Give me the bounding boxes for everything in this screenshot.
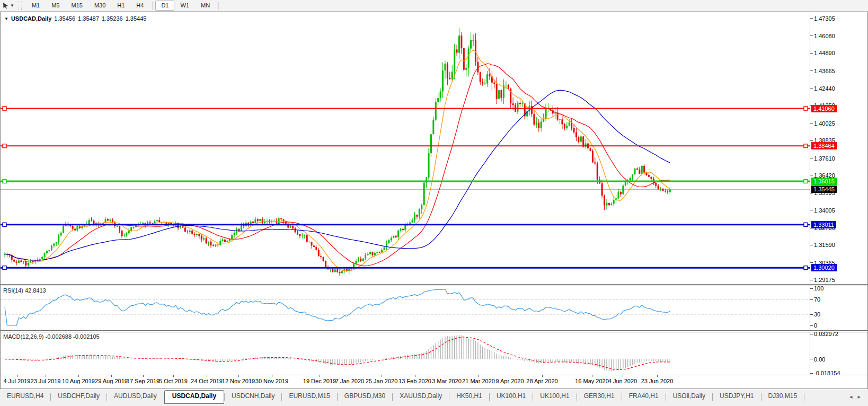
chart-tab-xauusd-daily[interactable]: XAUUSD,Daily bbox=[393, 391, 449, 402]
chart-tab-uk100-h1[interactable]: UK100,H1 bbox=[533, 391, 576, 402]
macd-indicator-canvas[interactable] bbox=[1, 332, 810, 375]
timeframe-button-d1[interactable]: D1 bbox=[155, 1, 174, 11]
cursor-tool-dropdown-icon[interactable]: ▼ bbox=[10, 3, 14, 8]
macd-axis-tick-label: -0.018154 bbox=[814, 369, 840, 377]
timeframe-button-h4[interactable]: H4 bbox=[130, 1, 149, 11]
time-axis-tick bbox=[238, 375, 239, 377]
price-level-label: 1.33011 bbox=[811, 221, 836, 228]
price-axis-tick-label: 1.44890 bbox=[814, 49, 835, 57]
chart-tab-bar: EURUSD,H4USDCHF,DailyAUDUSD,DailyUSDCAD,… bbox=[0, 389, 868, 406]
tab-scroll-right-icon[interactable]: ▸ bbox=[857, 393, 861, 400]
tab-scroll-left-icon[interactable]: ◂ bbox=[849, 393, 853, 400]
timeframe-button-h1[interactable]: H1 bbox=[111, 1, 130, 11]
time-axis-tick bbox=[479, 375, 479, 377]
price-axis-tick-label: 1.43665 bbox=[814, 67, 835, 75]
price-axis-tick-label: 1.47305 bbox=[814, 15, 835, 22]
time-axis-tick bbox=[78, 375, 79, 377]
price-axis-tick-label: 1.37610 bbox=[814, 155, 835, 162]
chart-tab-usdjpy-h1[interactable]: USDJPY,H1 bbox=[713, 391, 760, 402]
price-level-label: 1.41060 bbox=[811, 105, 837, 112]
time-axis-date-label: 17 Sep 2019 bbox=[127, 378, 160, 384]
time-axis-date-label: 12 Nov 2019 bbox=[222, 378, 255, 384]
time-axis-tick bbox=[46, 375, 46, 377]
chart-tab-usdcnh-daily[interactable]: USDCNH,Daily bbox=[225, 391, 281, 402]
price-axis-tick-label: 1.40025 bbox=[814, 120, 835, 127]
price-axis-tick-label: 1.29175 bbox=[814, 276, 835, 284]
panel-splitter[interactable] bbox=[1, 284, 867, 286]
timeframe-button-m5[interactable]: M5 bbox=[46, 1, 65, 11]
time-axis-date-label: 5 Oct 2019 bbox=[159, 378, 188, 384]
time-axis-date-label: 24 Oct 2019 bbox=[191, 378, 223, 384]
rsi-axis-tick-label: 100 bbox=[814, 285, 823, 292]
rsi-axis-tick bbox=[810, 288, 813, 289]
chart-tab-uk100-h1[interactable]: UK100,H1 bbox=[490, 391, 533, 402]
timeframe-button-mn[interactable]: MN bbox=[195, 1, 216, 11]
price-axis-tick bbox=[810, 210, 813, 210]
price-axis-tick bbox=[810, 89, 813, 89]
price-axis-tick-label: 1.31590 bbox=[814, 241, 835, 249]
current-price-label: 1.35445 bbox=[811, 186, 837, 193]
price-axis-tick-label: 1.34005 bbox=[814, 207, 835, 214]
time-axis-date-label: 9 Apr 2020 bbox=[495, 378, 524, 384]
price-axis-tick bbox=[810, 175, 813, 175]
chart-tab-usdchf-daily[interactable]: USDCHF,Daily bbox=[51, 391, 107, 402]
toolbar-grip-handle[interactable] bbox=[19, 2, 22, 10]
price-level-label: 1.38464 bbox=[811, 142, 837, 149]
time-axis-date-label: 16 May 2020 bbox=[575, 378, 609, 384]
rsi-axis-tick-label: 0 bbox=[814, 322, 817, 329]
timeframe-button-m30[interactable]: M30 bbox=[88, 1, 111, 11]
time-axis-date-label: 4 Jun 2020 bbox=[608, 378, 637, 384]
time-axis-date-label: 28 Apr 2020 bbox=[526, 378, 557, 384]
chart-tab-eurusd-h4[interactable]: EURUSD,H4 bbox=[0, 391, 50, 402]
price-level-label: 1.36015 bbox=[811, 178, 837, 185]
chart-tab-eurusd-m15[interactable]: EURUSD,M15 bbox=[282, 391, 336, 402]
toolbar-separator bbox=[218, 2, 219, 10]
price-axis-tick bbox=[810, 140, 813, 141]
chart-tab-hk50-h1[interactable]: HK50,H1 bbox=[449, 391, 489, 402]
timeframe-button-m15[interactable]: M15 bbox=[65, 1, 88, 11]
timeframe-toolbar: ▼ M1M5M15M30H1H4D1W1MN bbox=[0, 0, 868, 12]
time-axis-date-label: 29 Aug 2019 bbox=[95, 378, 128, 384]
time-axis-tick bbox=[207, 375, 207, 377]
timeframe-button-m1[interactable]: M1 bbox=[26, 1, 46, 11]
time-axis-tick bbox=[657, 375, 658, 377]
cursor-tool-icon[interactable] bbox=[1, 2, 10, 10]
rsi-axis-tick bbox=[810, 299, 813, 300]
chart-tab-ger30-h1[interactable]: GER30,H1 bbox=[577, 391, 622, 402]
tab-separator bbox=[804, 393, 804, 401]
tab-scroll-arrows: ◂ ▸ bbox=[849, 393, 861, 400]
macd-axis-tick bbox=[810, 359, 813, 359]
time-axis-tick bbox=[415, 375, 415, 377]
price-chart-canvas[interactable] bbox=[1, 13, 810, 284]
macd-axis-tick bbox=[810, 373, 813, 374]
time-axis-date-label: 23 Jul 2019 bbox=[31, 378, 61, 384]
time-axis-date-label: 3 Mar 2020 bbox=[432, 378, 462, 384]
chart-tab-dj30-m15[interactable]: DJ30,M15 bbox=[761, 391, 804, 402]
price-axis-tick bbox=[810, 262, 813, 263]
panel-splitter[interactable] bbox=[1, 330, 867, 332]
time-axis-tick bbox=[382, 375, 382, 377]
mt4-chart-window: ▼ M1M5M15M30H1H4D1W1MN ▼ USDCAD,Daily 1.… bbox=[0, 0, 868, 406]
rsi-axis-tick bbox=[810, 325, 813, 326]
time-axis-tick bbox=[447, 375, 447, 377]
rsi-indicator-canvas[interactable] bbox=[1, 286, 810, 330]
time-axis-tick bbox=[173, 375, 174, 377]
chart-tab-gbpusd-m30[interactable]: GBPUSD,M30 bbox=[338, 391, 392, 402]
price-axis-tick bbox=[810, 280, 813, 280]
timeframe-button-w1[interactable]: W1 bbox=[174, 1, 195, 11]
time-axis-date-label: 19 Dec 2019 bbox=[303, 378, 336, 384]
macd-indicator-label: MACD(12,26,9) -0.002688 -0.002105 bbox=[3, 333, 100, 340]
price-axis-tick bbox=[810, 36, 813, 36]
chart-tab-audusd-daily[interactable]: AUDUSD,Daily bbox=[107, 391, 164, 402]
chart-tab-usdcad-daily[interactable]: USDCAD,Daily bbox=[164, 390, 224, 404]
rsi-axis-tick bbox=[810, 314, 813, 315]
price-axis-tick-label: 1.46080 bbox=[814, 32, 835, 40]
time-axis-date-label: 21 Mar 2020 bbox=[462, 378, 495, 384]
price-axis-tick-label: 1.42440 bbox=[814, 85, 835, 92]
time-axis-tick bbox=[623, 375, 623, 377]
time-axis-date-label: 25 Jan 2020 bbox=[366, 378, 398, 384]
time-axis-border bbox=[1, 375, 867, 375]
chart-tab-usoil-daily[interactable]: USOil,Daily bbox=[666, 391, 712, 402]
chart-tab-fra40-h1[interactable]: FRA40,H1 bbox=[622, 391, 666, 402]
time-axis-tick bbox=[510, 375, 510, 377]
